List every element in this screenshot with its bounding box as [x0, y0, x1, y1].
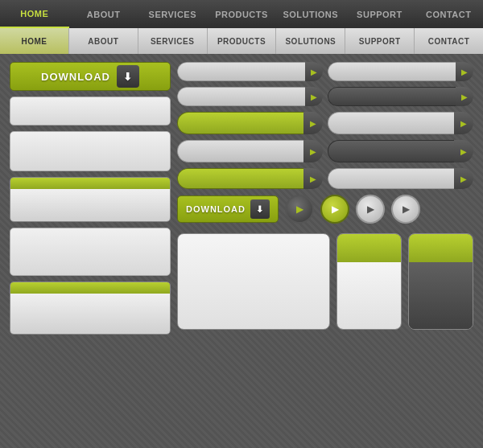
nav-bar-primary: HOME ABOUT SERVICES PRODUCTS SOLUTIONS S… [0, 0, 483, 28]
scrollbar-dark-2[interactable]: ▶ [328, 140, 473, 162]
scrollbar-white-2[interactable]: ▶ [328, 62, 473, 81]
panel-box-1 [10, 97, 171, 125]
panel-green-top-1 [10, 177, 171, 222]
scroll-track-2 [328, 62, 456, 81]
left-column: DOWNLOAD ⬇ [10, 62, 171, 335]
download-icon-2: ⬇ [250, 199, 270, 219]
white-area-1 [10, 189, 170, 221]
scroll-btn-5[interactable]: ▶ [303, 112, 323, 134]
nav-item-support-2[interactable]: SUPPORT [345, 28, 415, 54]
bottom-dark-area [409, 262, 473, 329]
scroll-btn-2[interactable]: ▶ [456, 62, 473, 81]
nav-item-services-1[interactable]: SERVICES [138, 0, 207, 28]
scroll-btn-7[interactable]: ▶ [303, 140, 323, 162]
panel-box-2 [10, 131, 171, 171]
right-column: ▶ ▶ ▶ ▶ ▶ ▶ [177, 62, 473, 335]
nav-item-home-2[interactable]: HOME [0, 28, 69, 54]
scrollbar-white-6[interactable]: ▶ [328, 168, 473, 189]
scrollbar-white-4[interactable]: ▶ [328, 112, 473, 134]
scrollbar-dark-1[interactable]: ▶ [328, 87, 473, 106]
nav-item-products-1[interactable]: PRODUCTS [207, 0, 276, 28]
white-area-2 [10, 294, 170, 334]
scrollbar-row-1: ▶ ▶ [177, 62, 473, 81]
scroll-btn-4[interactable]: ▶ [456, 87, 473, 106]
main-content: DOWNLOAD ⬇ ▶ ▶ [0, 54, 483, 343]
download-row: DOWNLOAD ⬇ ▶ ▶ ▶ ▶ [177, 195, 473, 224]
scroll-track-3 [177, 87, 305, 106]
scroll-track-10 [328, 168, 454, 189]
scroll-track-7 [177, 140, 303, 162]
scroll-btn-6[interactable]: ▶ [454, 112, 473, 134]
play-button-light-1[interactable]: ▶ [356, 195, 385, 224]
scrollbar-white-3[interactable]: ▶ [177, 87, 323, 106]
scroll-btn-8[interactable]: ▶ [454, 140, 473, 162]
scrollbar-green-1[interactable]: ▶ [177, 112, 323, 134]
bottom-panels-row [177, 233, 473, 330]
nav-item-home-1[interactable]: HOME [0, 0, 69, 28]
nav-item-solutions-2[interactable]: SOLUTIONS [276, 28, 345, 54]
bottom-white-area [337, 262, 401, 329]
nav-item-contact-1[interactable]: CONTACT [414, 0, 483, 28]
download-button-main[interactable]: DOWNLOAD ⬇ [10, 62, 171, 91]
nav-item-about-2[interactable]: ABOUT [69, 28, 138, 54]
scroll-track-1 [177, 62, 305, 81]
download-label-2: DOWNLOAD [186, 204, 246, 214]
scroll-track-8 [328, 140, 454, 162]
nav-item-contact-2[interactable]: CONTACT [415, 28, 483, 54]
green-bar-2 [10, 282, 170, 294]
nav-item-about-1[interactable]: ABOUT [69, 0, 138, 28]
scrollbar-row-5: ▶ ▶ [177, 168, 473, 189]
nav-bar-secondary: HOME ABOUT SERVICES PRODUCTS SOLUTIONS S… [0, 28, 483, 54]
play-button-light-2[interactable]: ▶ [391, 195, 420, 224]
nav-item-support-1[interactable]: SUPPORT [345, 0, 415, 28]
scroll-track-5 [177, 112, 303, 134]
panel-box-3 [10, 228, 171, 276]
play-button-green[interactable]: ▶ [320, 195, 349, 224]
bottom-dark-green-bar [409, 234, 473, 262]
nav-item-solutions-1[interactable]: SOLUTIONS [276, 0, 345, 28]
scrollbar-row-4: ▶ ▶ [177, 140, 473, 162]
bottom-panel-dark-green [408, 233, 473, 330]
scroll-btn-1[interactable]: ▶ [305, 62, 323, 81]
scrollbar-white-5[interactable]: ▶ [177, 140, 323, 162]
play-button-dark-1[interactable]: ▶ [285, 195, 314, 224]
scroll-track-4 [328, 87, 456, 106]
scrollbar-row-2: ▶ ▶ [177, 87, 473, 106]
scroll-btn-3[interactable]: ▶ [305, 87, 323, 106]
bottom-panel-green-white [336, 233, 402, 330]
scroll-track-6 [328, 112, 454, 134]
bottom-green-bar [337, 234, 401, 262]
scrollbar-row-3: ▶ ▶ [177, 112, 473, 134]
scroll-track-9 [177, 168, 303, 189]
scroll-btn-9[interactable]: ▶ [303, 168, 323, 189]
download-label: DOWNLOAD [41, 71, 110, 83]
nav-item-services-2[interactable]: SERVICES [138, 28, 208, 54]
panel-green-top-2 [10, 282, 171, 335]
scroll-btn-10[interactable]: ▶ [454, 168, 473, 189]
green-bar-1 [10, 178, 170, 189]
download-icon: ⬇ [117, 65, 139, 88]
bottom-panel-white [177, 233, 330, 330]
download-button-secondary[interactable]: DOWNLOAD ⬇ [177, 195, 279, 223]
scrollbar-green-2[interactable]: ▶ [177, 168, 323, 189]
nav-item-products-2[interactable]: PRODUCTS [208, 28, 277, 54]
scrollbar-white-1[interactable]: ▶ [177, 62, 323, 81]
